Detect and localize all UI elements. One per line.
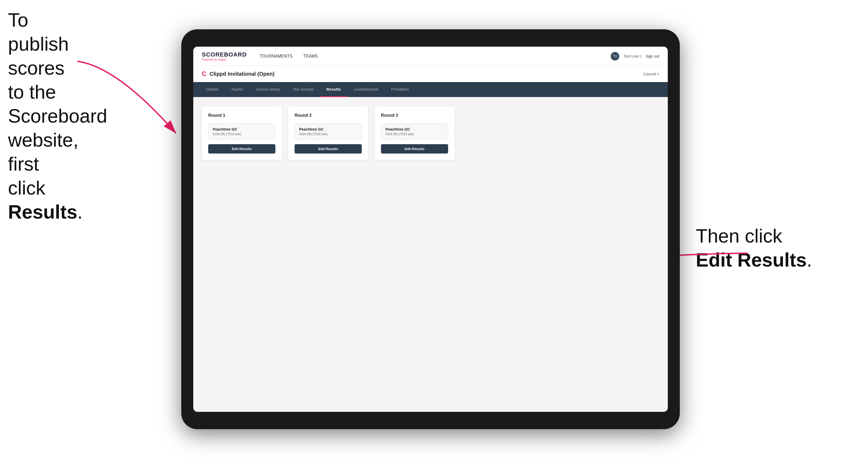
instruction-line1: To publish scores bbox=[8, 9, 69, 79]
instruction-left: To publish scores to the Scoreboard webs… bbox=[8, 8, 93, 224]
round-1-card: Round 1 Peachtree GC Gold (M) (7010 yds)… bbox=[202, 106, 282, 160]
round-3-edit-results-button[interactable]: Edit Results bbox=[381, 144, 448, 154]
round-1-course-detail: Gold (M) (7010 yds) bbox=[213, 132, 271, 136]
round-2-course-name: Peachtree GC bbox=[299, 127, 357, 131]
main-content: Round 1 Peachtree GC Gold (M) (7010 yds)… bbox=[193, 97, 668, 412]
round-1-course-name: Peachtree GC bbox=[213, 127, 271, 131]
rounds-grid: Round 1 Peachtree GC Gold (M) (7010 yds)… bbox=[202, 106, 659, 160]
round-3-card: Round 3 Peachtree GC Gold (M) (7010 yds)… bbox=[375, 106, 455, 160]
tournament-header: C Clippd Invitational (Open) Cancel × bbox=[193, 66, 668, 82]
sign-out-link[interactable]: Sign out bbox=[646, 54, 659, 58]
nav-right: TU Test User | Sign out bbox=[611, 52, 659, 61]
tab-details[interactable]: Details bbox=[200, 82, 225, 97]
instruction-line4-prefix: click bbox=[8, 177, 45, 198]
round-3-course-detail: Gold (M) (7010 yds) bbox=[385, 132, 443, 136]
user-avatar: TU bbox=[611, 52, 619, 61]
tournament-name: Clippd Invitational (Open) bbox=[210, 71, 274, 77]
round-1-title: Round 1 bbox=[208, 113, 275, 118]
instruction-then-click: Then click bbox=[696, 225, 782, 247]
nav-teams[interactable]: TEAMS bbox=[303, 53, 318, 60]
user-label: Test User | bbox=[624, 54, 642, 58]
top-nav: SCOREBOARD Powered by clippd TOURNAMENTS… bbox=[193, 46, 668, 66]
round-2-course-card: Peachtree GC Gold (M) (7010 yds) bbox=[294, 123, 362, 140]
instruction-line2: to the Scoreboard bbox=[8, 81, 107, 127]
tablet-device: SCOREBOARD Powered by clippd TOURNAMENTS… bbox=[181, 29, 680, 429]
round-2-edit-results-button[interactable]: Edit Results bbox=[294, 144, 362, 154]
tab-printables[interactable]: Printables bbox=[385, 82, 415, 97]
tab-tee-groups[interactable]: Tee Groups bbox=[286, 82, 320, 97]
tab-leaderboards[interactable]: Leaderboards bbox=[347, 82, 385, 97]
tab-course-setup[interactable]: Course Setup bbox=[249, 82, 286, 97]
round-2-title: Round 2 bbox=[294, 113, 362, 118]
round-3-title: Round 3 bbox=[381, 113, 448, 118]
round-1-course-card: Peachtree GC Gold (M) (7010 yds) bbox=[208, 123, 275, 140]
cancel-button[interactable]: Cancel × bbox=[643, 72, 659, 76]
logo-text: SCOREBOARD bbox=[202, 51, 247, 58]
instruction-line3: website, first bbox=[8, 129, 79, 175]
instruction-line4-suffix: . bbox=[77, 201, 83, 223]
tab-results[interactable]: Results bbox=[320, 82, 347, 97]
instruction-right-suffix: . bbox=[807, 249, 812, 271]
tablet-screen: SCOREBOARD Powered by clippd TOURNAMENTS… bbox=[193, 46, 668, 412]
tournament-title: C Clippd Invitational (Open) bbox=[202, 70, 275, 77]
instruction-right: Then click Edit Results. bbox=[696, 224, 812, 272]
round-1-edit-results-button[interactable]: Edit Results bbox=[208, 144, 275, 154]
round-3-course-name: Peachtree GC bbox=[385, 127, 443, 131]
round-2-card: Round 2 Peachtree GC Gold (M) (7010 yds)… bbox=[288, 106, 368, 160]
nav-tournaments[interactable]: TOURNAMENTS bbox=[260, 53, 292, 60]
tab-teams[interactable]: Teams bbox=[225, 82, 249, 97]
logo-sub: Powered by clippd bbox=[202, 58, 247, 61]
tournament-icon: C bbox=[202, 70, 206, 77]
nav-links: TOURNAMENTS TEAMS bbox=[260, 53, 611, 60]
instruction-results-bold: Results bbox=[8, 201, 77, 223]
instruction-edit-results-bold: Edit Results bbox=[696, 249, 807, 271]
logo-area: SCOREBOARD Powered by clippd bbox=[202, 51, 247, 61]
round-2-course-detail: Gold (M) (7010 yds) bbox=[299, 132, 357, 136]
tab-bar: Details Teams Course Setup Tee Groups Re… bbox=[193, 82, 668, 97]
round-3-course-card: Peachtree GC Gold (M) (7010 yds) bbox=[381, 123, 448, 140]
